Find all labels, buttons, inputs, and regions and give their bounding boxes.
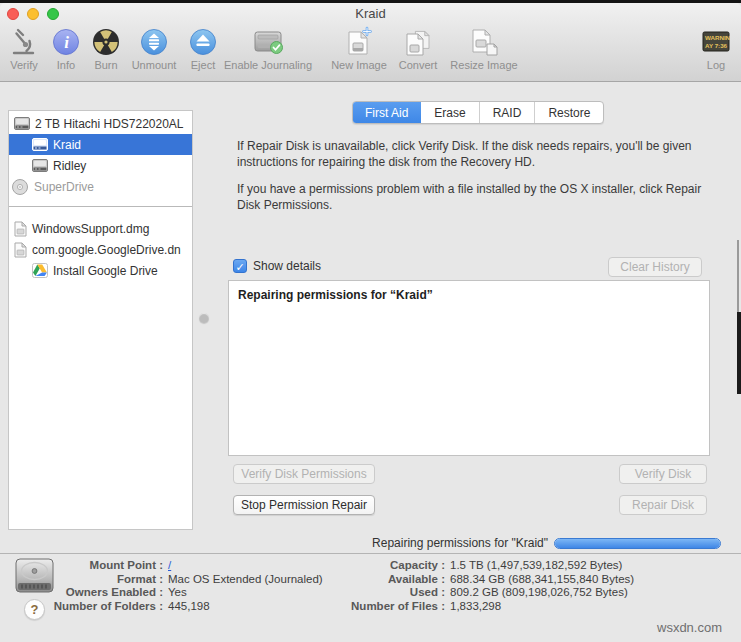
sidebar-item-hitachi-disk[interactable]: 2 TB Hitachi HDS722020AL — [9, 113, 192, 134]
toolbar-convert-button[interactable]: Convert — [392, 25, 444, 71]
close-button[interactable] — [7, 8, 19, 20]
sidebar-separator — [9, 206, 192, 207]
unmount-icon — [125, 25, 183, 59]
show-details-checkbox[interactable]: ✓ — [233, 259, 247, 273]
toolbar-burn-label: Burn — [86, 59, 126, 71]
sidebar-item-install-google-drive[interactable]: Install Google Drive — [9, 260, 192, 281]
disk-icon — [14, 117, 30, 130]
info-row-number-of-folders: Number of Folders : 445,198 — [0, 600, 323, 614]
tab-restore[interactable]: Restore — [535, 102, 603, 123]
volume-info-right: Capacity : 1.5 TB (1,497,539,182,592 Byt… — [342, 559, 634, 613]
info-row-capacity: Capacity : 1.5 TB (1,497,539,182,592 Byt… — [342, 559, 634, 573]
volume-icon — [32, 138, 48, 151]
toolbar-unmount-button[interactable]: Unmount — [125, 25, 183, 71]
clipped-edge-line — [737, 240, 739, 312]
sidebar-item-label: WindowsSupport.dmg — [32, 222, 149, 236]
window-titlebar-toolbar: Kraid Verify i — [0, 3, 741, 82]
toolbar-unmount-label: Unmount — [125, 59, 183, 71]
log-icon: WARNIN AY 7:36 — [697, 25, 735, 59]
svg-text:i: i — [64, 33, 69, 52]
mount-point-link[interactable]: / — [168, 559, 171, 573]
device-sidebar: 2 TB Hitachi HDS722020AL Kraid Ridley Su… — [8, 110, 193, 530]
progress-fill — [555, 539, 720, 548]
sidebar-item-kraid[interactable]: Kraid — [9, 134, 192, 155]
splitter-handle[interactable] — [199, 313, 209, 323]
sidebar-item-label: Ridley — [53, 159, 86, 173]
volume-icon — [32, 159, 48, 172]
convert-icon — [392, 25, 444, 59]
footer-separator — [0, 553, 741, 554]
toolbar-new-image-button[interactable]: New Image — [327, 25, 391, 71]
tab-erase[interactable]: Erase — [421, 102, 479, 123]
toolbar-enable-journaling-label: Enable Journaling — [218, 59, 318, 71]
svg-text:AY 7:36: AY 7:36 — [705, 42, 728, 49]
toolbar-resize-image-button[interactable]: Resize Image — [447, 25, 521, 71]
first-aid-description-2: If you have a permissions problem with a… — [237, 182, 707, 214]
window-title: Kraid — [0, 6, 741, 21]
journaling-disk-icon — [218, 25, 318, 59]
info-row-number-of-files: Number of Files : 1,833,298 — [342, 600, 634, 614]
toolbar-eject-label: Eject — [183, 59, 223, 71]
tab-first-aid[interactable]: First Aid — [352, 101, 421, 124]
sidebar-item-superdrive[interactable]: SuperDrive — [9, 176, 192, 197]
toolbar-burn-button[interactable]: Burn — [86, 25, 126, 71]
sidebar-item-windowssupport-dmg[interactable]: WindowsSupport.dmg — [9, 218, 192, 239]
verify-disk-button[interactable]: Verify Disk — [619, 464, 707, 484]
toolbar-verify-button[interactable]: Verify — [2, 25, 46, 71]
google-drive-icon — [32, 263, 48, 278]
stop-permission-repair-button[interactable]: Stop Permission Repair — [233, 495, 375, 515]
eject-icon — [183, 25, 223, 59]
window-controls — [7, 8, 59, 20]
show-details-control: ✓ Show details — [233, 259, 321, 273]
toolbar-verify-label: Verify — [2, 59, 46, 71]
disk-image-icon — [14, 242, 27, 258]
sidebar-item-label: com.google.GoogleDrive.dn — [32, 243, 181, 257]
info-row-mount-point: Mount Point : / — [0, 559, 323, 573]
sidebar-item-ridley[interactable]: Ridley — [9, 155, 192, 176]
minimize-button[interactable] — [27, 8, 39, 20]
optical-disc-icon — [11, 178, 29, 196]
toolbar-log-label: Log — [697, 59, 735, 71]
zoom-button[interactable] — [47, 8, 59, 20]
microscope-icon — [2, 25, 46, 59]
toolbar-info-button[interactable]: i Info — [48, 25, 84, 71]
toolbar-info-label: Info — [48, 59, 84, 71]
disk-image-icon — [14, 221, 27, 237]
toolbar-log-button[interactable]: WARNIN AY 7:36 Log — [697, 25, 735, 71]
sidebar-item-label: 2 TB Hitachi HDS722020AL — [35, 117, 184, 131]
toolbar-resize-image-label: Resize Image — [447, 59, 521, 71]
sidebar-item-label: SuperDrive — [34, 180, 94, 194]
show-details-label: Show details — [253, 259, 321, 273]
details-log-area[interactable]: Repairing permissions for “Kraid” — [228, 280, 710, 456]
details-log-text: Repairing permissions for “Kraid” — [238, 288, 700, 302]
burn-icon — [86, 25, 126, 59]
info-icon: i — [48, 25, 84, 59]
status-text: Repairing permissions for "Kraid" — [240, 536, 548, 550]
verify-disk-permissions-button[interactable]: Verify Disk Permissions — [233, 464, 375, 484]
watermark-text: wsxdn.com — [657, 620, 722, 635]
info-row-available: Available : 688.34 GB (688,341,155,840 B… — [342, 573, 634, 587]
repair-disk-button[interactable]: Repair Disk — [619, 495, 707, 515]
first-aid-description-1: If Repair Disk is unavailable, click Ver… — [237, 139, 707, 171]
clipped-edge-bar — [737, 312, 741, 394]
clear-history-button[interactable]: Clear History — [608, 257, 702, 277]
sidebar-item-label: Install Google Drive — [53, 264, 158, 278]
toolbar-enable-journaling-button[interactable]: Enable Journaling — [218, 25, 318, 71]
sidebar-item-label: Kraid — [53, 138, 81, 152]
volume-info-left: Mount Point : / Format : Mac OS Extended… — [0, 559, 323, 613]
info-row-format: Format : Mac OS Extended (Journaled) — [0, 573, 323, 587]
toolbar-convert-label: Convert — [392, 59, 444, 71]
info-row-owners-enabled: Owners Enabled : Yes — [0, 586, 323, 600]
toolbar-eject-button[interactable]: Eject — [183, 25, 223, 71]
tab-raid[interactable]: RAID — [480, 102, 536, 123]
resize-image-icon — [447, 25, 521, 59]
toolbar-new-image-label: New Image — [327, 59, 391, 71]
new-image-icon — [327, 25, 391, 59]
sidebar-item-googledrive-dmg[interactable]: com.google.GoogleDrive.dn — [9, 239, 192, 260]
svg-text:WARNIN: WARNIN — [705, 34, 731, 41]
mode-tabs: First Aid Erase RAID Restore — [352, 101, 604, 124]
progress-bar — [554, 538, 721, 549]
info-row-used: Used : 809.2 GB (809,198,026,752 Bytes) — [342, 586, 634, 600]
